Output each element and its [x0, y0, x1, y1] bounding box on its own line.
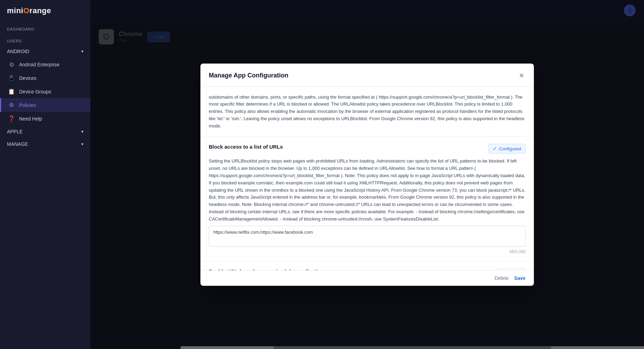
- sidebar-item-label: Policies: [19, 102, 36, 108]
- policies-icon: ⚙: [8, 102, 15, 108]
- modal-section-url-keyed: Enable URL-keyed anonymized data collect…: [200, 261, 534, 270]
- apple-section-label: APPLE: [7, 129, 23, 134]
- modal-section-block-urls: Block access to a list of URLs ✓ Configu…: [200, 137, 534, 261]
- modal-close-button[interactable]: ✕: [518, 70, 526, 81]
- modal-title: Manage App Configuration: [209, 72, 288, 79]
- modal-footer: Delete Save: [200, 270, 534, 286]
- devices-icon: 📱: [8, 75, 15, 81]
- nav-android-section[interactable]: ANDROID ▾: [0, 45, 90, 58]
- save-button[interactable]: Save: [514, 275, 526, 281]
- modal-backdrop: Manage App Configuration ✕ subdomains of…: [90, 0, 644, 349]
- manage-chevron-icon: ▾: [81, 142, 83, 147]
- manage-app-config-modal: Manage App Configuration ✕ subdomains of…: [200, 64, 534, 286]
- modal-header: Manage App Configuration ✕: [200, 64, 534, 87]
- sidebar: miniOrange DASHBOARD USERS ANDROID ▾ ⊙ A…: [0, 0, 90, 349]
- device-groups-icon: 📋: [8, 88, 15, 95]
- nav-section-dashboard: DASHBOARD: [0, 22, 90, 33]
- sidebar-item-need-help[interactable]: ❓ Need Help: [0, 112, 90, 125]
- main-content: 👤 G Chrome The + Add Manage App Configur…: [90, 0, 644, 349]
- sidebar-item-device-groups[interactable]: 📋 Device Groups: [0, 85, 90, 98]
- sidebar-item-devices[interactable]: 📱 Devices: [0, 71, 90, 85]
- manage-section-label: MANAGE: [7, 141, 28, 147]
- sidebar-item-label: Need Help: [19, 116, 42, 122]
- check-icon: ✓: [493, 146, 497, 151]
- url-blocklist-input[interactable]: https://www.netflix.com,https://www.face…: [209, 226, 526, 247]
- sidebar-item-label: Device Groups: [19, 89, 51, 94]
- sidebar-item-android-enterprise[interactable]: ⊙ Android Enterprise: [0, 58, 90, 71]
- configured-badge: ✓ Configured: [488, 144, 526, 153]
- block-urls-title: Block access to a list of URLs: [209, 144, 283, 150]
- nav-apple-section[interactable]: APPLE ▾: [0, 125, 90, 138]
- configured-badge-label: Configured: [499, 146, 521, 151]
- logo-text: miniOrange: [7, 6, 51, 15]
- sidebar-item-policies[interactable]: ⚙ Policies: [0, 98, 90, 112]
- intro-text: subdomains of other domains, ports, or s…: [209, 94, 526, 130]
- android-section-label: ANDROID: [7, 49, 30, 54]
- modal-section-intro: subdomains of other domains, ports, or s…: [200, 87, 534, 137]
- android-chevron-icon: ▾: [81, 49, 83, 54]
- sidebar-item-label: Devices: [19, 75, 36, 81]
- apple-chevron-icon: ▾: [81, 129, 83, 134]
- android-enterprise-icon: ⊙: [8, 61, 15, 68]
- nav-manage-section[interactable]: MANAGE ▾: [0, 138, 90, 150]
- sidebar-item-label: Android Enterprise: [19, 62, 59, 67]
- char-count: 48/5,000: [209, 249, 526, 254]
- nav-section-users: USERS: [0, 33, 90, 45]
- help-icon: ❓: [8, 115, 15, 122]
- block-urls-description: Setting the URLBlocklist policy stops we…: [209, 158, 526, 223]
- modal-body[interactable]: subdomains of other domains, ports, or s…: [200, 87, 534, 270]
- delete-button[interactable]: Delete: [495, 275, 509, 281]
- logo: miniOrange: [0, 0, 90, 22]
